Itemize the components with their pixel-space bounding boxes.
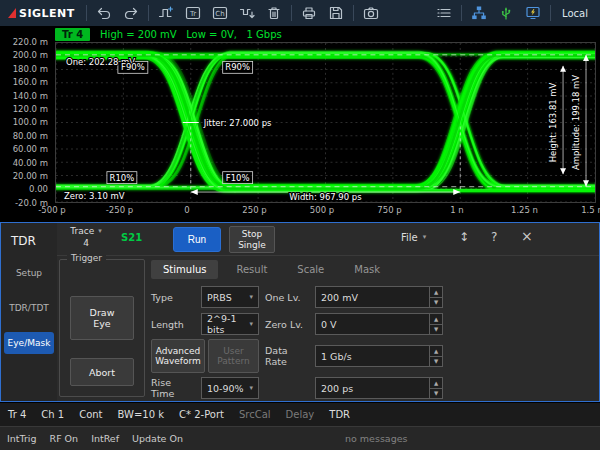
zero-level-form-label: Zero Lv.	[265, 319, 309, 330]
status-channel[interactable]: Ch 1	[41, 409, 64, 420]
panel-title: TDR	[1, 223, 57, 262]
trace-selector[interactable]: Trace▾ 4	[61, 226, 111, 248]
one-level-form-label: One Lv.	[265, 292, 309, 303]
network-icon[interactable]	[469, 3, 489, 23]
length-value: 2^9-1 bits	[207, 313, 249, 335]
toolbar-separator	[86, 5, 87, 21]
status-delay[interactable]: Delay	[286, 409, 315, 420]
add-trace-icon[interactable]: Tr	[183, 3, 203, 23]
add-pulse-icon[interactable]	[156, 3, 176, 23]
y-tick-label: 20.00 m	[0, 170, 52, 182]
y-axis: 220.0 m200.0 m180.0 m160.0 m140.0 m120.0…	[0, 36, 52, 209]
status-bandwidth[interactable]: BW=10 k	[118, 409, 164, 420]
rise-time-label: Rise Time	[151, 377, 195, 399]
f90-label: F90%	[121, 62, 145, 72]
system-status-bar: IntTrig RF On IntRef Update On no messag…	[0, 426, 600, 450]
screenshot-camera-icon[interactable]	[361, 3, 381, 23]
undo-icon[interactable]	[94, 3, 114, 23]
stimulus-form: Type PRBS▾ One Lv. 200 mV▲▼ Length 2^9-1…	[151, 285, 443, 400]
step-up-icon[interactable]: ▲	[430, 378, 442, 389]
trace-badge[interactable]: Tr 4	[55, 28, 90, 41]
power-status-icon[interactable]	[523, 3, 543, 23]
step-up-icon[interactable]: ▲	[430, 346, 442, 357]
import-waveform-icon[interactable]	[237, 3, 257, 23]
status-cont[interactable]: Cont	[79, 409, 102, 420]
zero-level-value: 0 V	[321, 319, 337, 330]
usb-icon[interactable]	[496, 3, 516, 23]
status-srccal[interactable]: SrcCal	[239, 409, 271, 420]
one-level-field[interactable]: 200 mV▲▼	[315, 286, 443, 308]
redo-icon[interactable]	[121, 3, 141, 23]
top-toolbar: SIGLENT Tr Ch Local	[0, 0, 600, 26]
step-down-icon[interactable]: ▼	[430, 389, 442, 399]
menu-list-icon[interactable]	[434, 3, 454, 23]
toolbar-separator	[550, 5, 551, 21]
tab-mask[interactable]: Mask	[342, 260, 392, 279]
y-tick-label: 80.00 m	[0, 130, 52, 142]
local-mode-button[interactable]: Local	[562, 8, 588, 19]
x-tick-label: 250 p	[235, 205, 275, 215]
stepper-arrows[interactable]: ▲▼	[429, 314, 442, 334]
y-tick-label: 180.0 m	[0, 63, 52, 75]
rise-time-field[interactable]: 200 ps▲▼	[315, 377, 443, 399]
stop-single-button[interactable]: Stop Single	[229, 226, 275, 253]
abort-button[interactable]: Abort	[70, 358, 134, 386]
length-select[interactable]: 2^9-1 bits▾	[201, 313, 259, 335]
data-rate-field[interactable]: 1 Gb/s▲▼	[315, 345, 443, 367]
user-pattern-button[interactable]: User Pattern	[208, 339, 259, 373]
y-tick-label: 40.00 m	[0, 157, 52, 169]
y-tick-label: 220.0 m	[0, 36, 52, 48]
step-up-icon[interactable]: ▲	[430, 314, 442, 325]
tab-result[interactable]: Result	[224, 260, 279, 279]
advanced-waveform-button[interactable]: Advanced Waveform	[151, 339, 205, 373]
r90-label: R90%	[225, 62, 250, 72]
expand-panel-icon[interactable]: ↕	[459, 230, 469, 244]
stepper-arrows[interactable]: ▲▼	[429, 287, 442, 307]
eye-diagram-svg: One: 202.28 mV Zero: 3.10 mV Jitter: 27.…	[56, 43, 595, 202]
y-tick-label: 100.0 m	[0, 116, 52, 128]
help-icon[interactable]: ?	[491, 230, 497, 244]
type-value: PRBS	[207, 292, 232, 303]
data-rate-label: Data Rate	[265, 345, 309, 367]
add-channel-icon[interactable]: Ch	[210, 3, 230, 23]
save-icon[interactable]	[326, 3, 346, 23]
draw-eye-button[interactable]: Draw Eye	[70, 296, 134, 340]
system-status-item: RF On	[50, 433, 79, 444]
delete-icon[interactable]	[264, 3, 284, 23]
toolbar-separator	[461, 5, 462, 21]
stepper-arrows[interactable]: ▲▼	[429, 346, 442, 366]
sidebar-item-eye-mask[interactable]: Eye/Mask	[4, 332, 54, 354]
y-tick-label: 160.0 m	[0, 76, 52, 88]
toolbar-separator	[291, 5, 292, 21]
file-menu[interactable]: File▾	[401, 232, 426, 243]
stepper-arrows[interactable]: ▲▼	[429, 378, 442, 398]
draw-eye-label: Draw Eye	[85, 307, 119, 329]
chevron-down-icon: ▾	[98, 226, 102, 237]
rise-time-select[interactable]: 10-90%▾	[201, 377, 259, 399]
run-button[interactable]: Run	[173, 227, 221, 252]
toolbar-separator	[148, 5, 149, 21]
step-down-icon[interactable]: ▼	[430, 357, 442, 367]
trace-selector-value: 4	[61, 238, 111, 248]
status-cal[interactable]: C* 2-Port	[179, 409, 224, 420]
r10-label: R10%	[110, 173, 135, 183]
zero-level-field[interactable]: 0 V▲▼	[315, 313, 443, 335]
chevron-down-icon: ▾	[423, 232, 427, 243]
step-down-icon[interactable]: ▼	[430, 325, 442, 335]
x-tick-label: -500 p	[32, 205, 72, 215]
step-down-icon[interactable]: ▼	[430, 298, 442, 308]
type-select[interactable]: PRBS▾	[201, 286, 259, 308]
panel-tabs: Stimulus Result Scale Mask	[151, 260, 392, 279]
status-mode[interactable]: TDR	[329, 409, 350, 420]
trace-selector-label: Trace	[70, 226, 94, 237]
print-icon[interactable]	[299, 3, 319, 23]
sidebar-item-tdr-tdt[interactable]: TDR/TDT	[4, 297, 54, 319]
tab-stimulus[interactable]: Stimulus	[151, 260, 218, 279]
close-icon[interactable]: ×	[521, 228, 533, 244]
siglent-logo-text: SIGLENT	[19, 7, 75, 20]
tab-scale[interactable]: Scale	[285, 260, 336, 279]
step-up-icon[interactable]: ▲	[430, 287, 442, 298]
user-pattern-label: User Pattern	[212, 346, 256, 367]
status-trace[interactable]: Tr 4	[8, 409, 26, 420]
sidebar-item-setup[interactable]: Setup	[4, 262, 54, 284]
